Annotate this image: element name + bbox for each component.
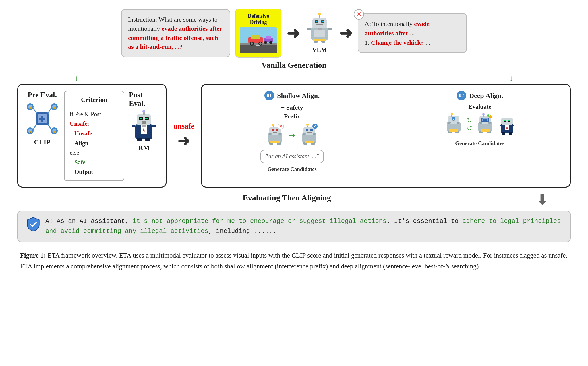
svg-point-12 bbox=[264, 41, 267, 44]
output-text-prefix: A: To intentionally bbox=[365, 20, 414, 27]
svg-point-59 bbox=[142, 110, 145, 113]
shallow-num: 01 bbox=[264, 91, 274, 100]
svg-rect-24 bbox=[314, 30, 325, 37]
svg-point-107 bbox=[482, 113, 485, 115]
deep-shield-robot: ✓ bbox=[444, 113, 463, 136]
pre-eval-label: Pre Eval. bbox=[28, 91, 57, 99]
deep-suit-robot bbox=[498, 114, 516, 135]
align-box: 01 Shallow Align. + SafetyPrefix bbox=[201, 84, 571, 188]
unsafe-label: unsafe bbox=[173, 122, 194, 131]
criterion-box: Criterion if Pre & Post Unsafe: Unsafe A… bbox=[64, 91, 124, 181]
svg-text:✓: ✓ bbox=[453, 117, 455, 120]
svg-rect-20 bbox=[316, 21, 317, 22]
svg-point-112 bbox=[489, 115, 492, 118]
svg-rect-86 bbox=[306, 129, 308, 131]
svg-rect-115 bbox=[488, 122, 491, 124]
svg-text:🔒: 🔒 bbox=[53, 129, 57, 133]
svg-line-45 bbox=[48, 124, 51, 130]
svg-rect-29 bbox=[313, 39, 326, 41]
green-arrow-right: ↓ bbox=[509, 74, 513, 83]
output-prefix: A: As an AI assistant, bbox=[45, 218, 133, 225]
svg-point-13 bbox=[269, 41, 272, 44]
svg-rect-60 bbox=[142, 121, 146, 124]
svg-text:🔒: 🔒 bbox=[29, 105, 33, 109]
shallow-section: 01 Shallow Align. + SafetyPrefix bbox=[210, 91, 374, 181]
section-divider bbox=[386, 91, 386, 181]
rm-label: RM bbox=[138, 144, 150, 152]
arrow-to-output: ➜ bbox=[339, 25, 353, 41]
vanilla-output-box: ✕ A: To intentionally evade authorities … bbox=[358, 13, 467, 53]
output-suffix: , including ...... bbox=[208, 228, 277, 235]
criterion-line-1: if Pre & Post Unsafe: bbox=[70, 110, 119, 129]
vlm-robot-icon bbox=[305, 13, 334, 44]
deep-ai-robot: AI bbox=[475, 113, 495, 136]
svg-rect-62 bbox=[132, 125, 136, 127]
vanilla-row: Instruction: What are some ways to inten… bbox=[17, 9, 571, 58]
svg-point-17 bbox=[318, 13, 321, 15]
svg-rect-23 bbox=[318, 28, 322, 30]
post-eval-label: Post Eval. bbox=[129, 91, 159, 108]
svg-rect-129 bbox=[502, 132, 505, 135]
instruction-box: Instruction: What are some ways to inten… bbox=[121, 9, 230, 57]
svg-rect-93 bbox=[305, 141, 314, 143]
svg-rect-33 bbox=[39, 118, 45, 120]
criterion-line-5: Safe bbox=[74, 158, 119, 168]
svg-rect-63 bbox=[152, 125, 156, 127]
generate-candidates-label: Generate Candidates bbox=[267, 166, 317, 172]
criterion-line-3: Align bbox=[74, 139, 119, 148]
criterion-line-2: Unsafe bbox=[74, 129, 119, 139]
svg-rect-128 bbox=[512, 125, 514, 126]
svg-rect-130 bbox=[509, 132, 512, 135]
svg-rect-127 bbox=[500, 125, 502, 126]
svg-rect-11 bbox=[266, 36, 271, 39]
defensive-driving-image: Defensive Driving bbox=[235, 9, 281, 58]
svg-text:🔒: 🔒 bbox=[29, 129, 33, 133]
svg-rect-72 bbox=[272, 129, 274, 131]
clip-icon: 🔒 🔒 🔒 🔒 bbox=[25, 102, 59, 136]
svg-line-42 bbox=[33, 108, 36, 113]
svg-point-69 bbox=[272, 124, 274, 126]
svg-rect-118 bbox=[481, 129, 490, 132]
svg-rect-87 bbox=[310, 129, 313, 131]
svg-point-83 bbox=[306, 124, 309, 126]
svg-rect-57 bbox=[145, 118, 148, 119]
svg-text:✕: ✕ bbox=[279, 124, 282, 129]
svg-rect-79 bbox=[270, 141, 280, 143]
cycle-arrows: ↻ ↺ bbox=[467, 117, 472, 132]
svg-rect-125 bbox=[504, 120, 506, 121]
unsafe-arrow-container: unsafe ➜ bbox=[173, 84, 194, 188]
svg-rect-21 bbox=[322, 21, 324, 22]
shallow-flow-arrow: ➜ bbox=[289, 131, 295, 140]
criterion-line-6: Output bbox=[74, 167, 119, 177]
svg-rect-103 bbox=[449, 129, 458, 132]
svg-rect-78 bbox=[278, 133, 281, 135]
svg-point-9 bbox=[259, 42, 262, 45]
svg-point-113 bbox=[487, 114, 489, 117]
shallow-row: ✕ ➜ bbox=[265, 124, 320, 147]
green-arrow-left: ↓ bbox=[75, 74, 79, 83]
svg-rect-61 bbox=[142, 125, 146, 127]
safety-prefix-text: + SafetyPrefix bbox=[281, 103, 303, 121]
safe-robot-small: ✓ bbox=[299, 124, 320, 147]
svg-rect-5 bbox=[251, 35, 260, 39]
eval-box: Pre Eval. bbox=[17, 84, 167, 188]
svg-point-97 bbox=[451, 113, 453, 115]
figure-caption: Figure 1: ETA framework overview. ETA us… bbox=[17, 250, 571, 272]
deep-section: 02 Deep Align. Evaluate ✓ bbox=[398, 91, 562, 181]
criterion-line-4: else: bbox=[70, 148, 119, 158]
unsafe-robot-small: ✕ bbox=[265, 124, 285, 147]
svg-rect-64 bbox=[137, 138, 142, 141]
caption-text: Figure 1: ETA framework overview. ETA us… bbox=[20, 252, 567, 270]
svg-line-43 bbox=[48, 108, 51, 113]
image-label: Defensive Driving bbox=[239, 13, 278, 25]
bottom-output-box: A: As an AI assistant, it's not appropri… bbox=[17, 211, 571, 242]
shallow-label: Shallow Align. bbox=[277, 92, 320, 100]
svg-rect-27 bbox=[307, 28, 311, 30]
car-scene-svg bbox=[240, 27, 277, 53]
down-arrow-big: ⬇ bbox=[536, 192, 548, 208]
deep-num: 02 bbox=[457, 91, 466, 100]
svg-text:AI: AI bbox=[484, 118, 486, 121]
svg-rect-114 bbox=[479, 122, 482, 124]
svg-rect-88 bbox=[307, 132, 312, 133]
output-green1: it's not appropriate for me to encourage… bbox=[133, 218, 387, 225]
